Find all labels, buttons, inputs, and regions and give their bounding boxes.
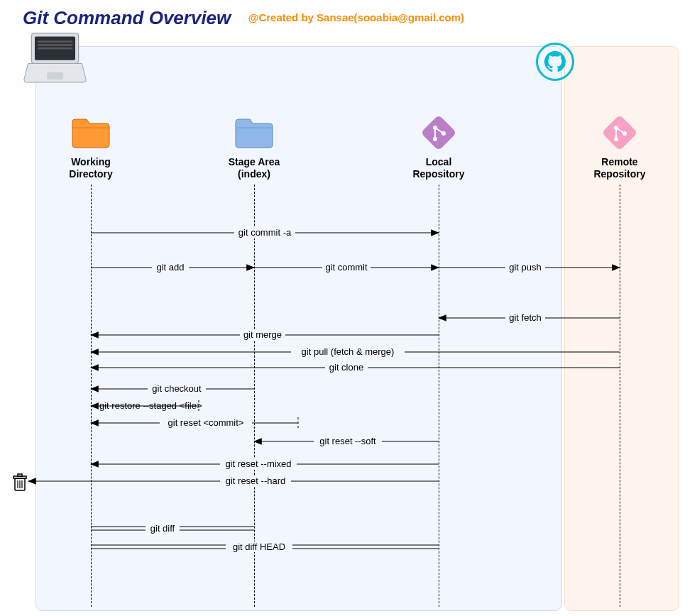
label-fetch: git fetch [509, 312, 542, 323]
label-checkout: git checkout [152, 383, 202, 394]
label-clone: git clone [329, 362, 363, 373]
label-pull: git pull (fetch & merge) [302, 346, 395, 357]
arrows-layer: git commit -a git add git commit git pus… [0, 0, 697, 616]
label-diff-head: git diff HEAD [233, 541, 285, 552]
label-commit-a: git commit -a [238, 227, 292, 238]
label-push: git push [509, 262, 542, 273]
label-restore-staged: git restore --staged <file> [99, 400, 202, 411]
label-reset-mixed: git reset --mixed [225, 458, 291, 469]
label-add: git add [156, 262, 184, 273]
label-diff: git diff [150, 523, 175, 534]
label-reset-hard: git reset --hard [226, 475, 286, 486]
label-reset-soft: git reset --soft [319, 436, 376, 446]
label-merge: git merge [243, 329, 282, 340]
label-commit: git commit [325, 262, 368, 273]
label-reset-commit: git reset <commit> [168, 417, 244, 428]
